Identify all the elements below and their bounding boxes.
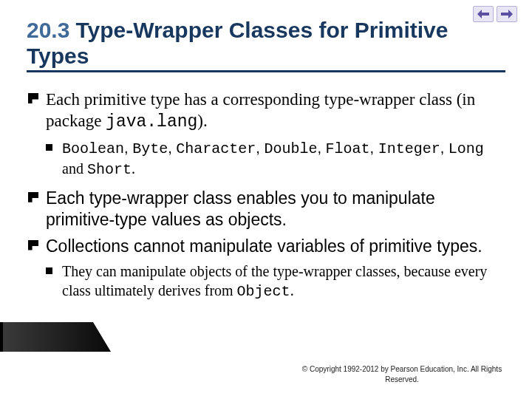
bullet-item: Each primitive type has a corresponding … — [27, 89, 505, 180]
nav-arrows — [473, 6, 517, 22]
prev-button[interactable] — [473, 6, 494, 22]
arrow-right-icon — [501, 10, 513, 18]
arrow-left-icon — [477, 10, 489, 18]
sub-item: They can manipulate objects of the type-… — [46, 262, 505, 302]
bullet-text: Each primitive type has a corresponding … — [46, 90, 475, 130]
decorative-accent — [0, 322, 111, 352]
bullet-text: Each type-wrapper class enables you to m… — [46, 188, 435, 229]
sub-list: Boolean, Byte, Character, Double, Float,… — [46, 138, 505, 180]
sub-list: They can manipulate objects of the type-… — [46, 262, 505, 302]
slide: 20.3Type-Wrapper Classes for Primitive T… — [0, 0, 532, 399]
sub-item: Boolean, Byte, Character, Double, Float,… — [46, 138, 505, 180]
bullet-item: Collections cannot manipulate variables … — [27, 236, 505, 302]
bullet-text: Collections cannot manipulate variables … — [46, 236, 482, 256]
copyright-text: © Copyright 1992-2012 by Pearson Educati… — [299, 364, 505, 384]
bullet-list: Each primitive type has a corresponding … — [27, 89, 505, 302]
next-button[interactable] — [497, 6, 517, 22]
slide-title: 20.3Type-Wrapper Classes for Primitive T… — [27, 18, 505, 72]
title-text: Type-Wrapper Classes for Primitive Types — [27, 18, 448, 68]
section-number: 20.3 — [27, 18, 69, 42]
bullet-item: Each type-wrapper class enables you to m… — [27, 188, 505, 231]
